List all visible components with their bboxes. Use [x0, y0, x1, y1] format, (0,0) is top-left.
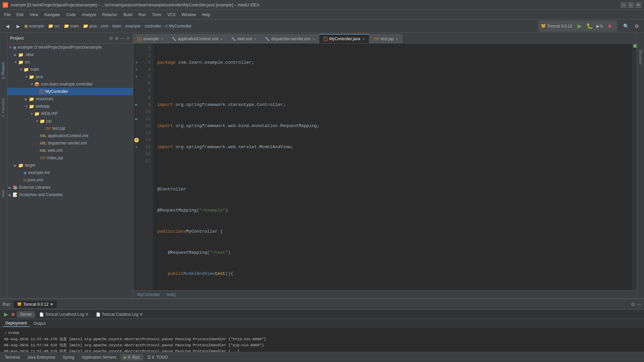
- tree-item-iml[interactable]: ◉ example.iml: [7, 169, 133, 176]
- tab-example[interactable]: m example ✕: [133, 34, 168, 43]
- tool-tab-terminal[interactable]: Terminal: [1, 354, 23, 361]
- tool-tab-run[interactable]: ▶ 4: Run: [120, 354, 143, 361]
- menu-help[interactable]: Help: [199, 11, 213, 18]
- bottom-minimize-btn[interactable]: —: [637, 302, 641, 307]
- tree-item-java[interactable]: ▼ 📁 java: [7, 73, 133, 80]
- menu-view[interactable]: View: [27, 11, 41, 18]
- tree-item-target[interactable]: ▶ 📁 target: [7, 162, 133, 169]
- sub-tab-localhost-log[interactable]: 📄 Tomcat Localhost Log ✕: [36, 311, 92, 318]
- minimize-button[interactable]: ─: [621, 2, 627, 8]
- breadcrumb-learn[interactable]: learn: [112, 24, 121, 28]
- tab-close-mycontroller[interactable]: ✕: [362, 37, 365, 41]
- gutter-run-11[interactable]: ▶: [136, 117, 138, 121]
- gutter-run-9[interactable]: ▶: [136, 103, 138, 107]
- debug-button[interactable]: 🐛: [585, 21, 594, 31]
- tab-close-webxml[interactable]: ✕: [254, 37, 257, 41]
- tool-tab-java-enterprise[interactable]: Java Enterprise: [24, 354, 58, 361]
- breadcrumb-com[interactable]: com: [101, 24, 108, 28]
- right-vtab-structure[interactable]: Structure: [638, 48, 644, 67]
- vtab-web[interactable]: Web: [0, 187, 7, 200]
- bottom-tab-server[interactable]: 🐱 Tomcat 9.0.12 ✕: [14, 301, 56, 308]
- tree-item-resources[interactable]: ▶ 📁 resources: [7, 95, 133, 103]
- vtab-project[interactable]: 1: Project: [0, 60, 7, 82]
- search-everywhere-button[interactable]: 🔍: [621, 21, 631, 31]
- menu-tools[interactable]: Tools: [149, 11, 164, 18]
- sidebar-close-btn[interactable]: ✕: [126, 36, 130, 41]
- tab-mycontroller[interactable]: C MyController.java ✕: [319, 34, 369, 43]
- sidebar-expand-btn[interactable]: ⊕: [115, 36, 119, 41]
- tree-item-webxml[interactable]: XML web.xml: [7, 147, 133, 154]
- tree-item-pom[interactable]: M pom.xml: [7, 176, 133, 184]
- gutter-fold-15[interactable]: ▼: [136, 145, 138, 149]
- tree-item-jsp-folder[interactable]: ▼ 📁 jsp: [7, 117, 133, 125]
- run-stop-btn[interactable]: ■: [10, 311, 16, 318]
- tab-appcontext[interactable]: 🔧 applicationContext.xml ✕: [168, 34, 227, 43]
- breadcrumb-controller[interactable]: controller: [145, 24, 161, 28]
- tree-item-test-jsp[interactable]: JSP test.jsp: [7, 125, 133, 132]
- back-button[interactable]: ◀: [3, 21, 12, 31]
- menu-window[interactable]: Window: [179, 11, 199, 18]
- tree-item-scratches[interactable]: ▶ 📝 Scratches and Consoles: [7, 191, 133, 198]
- tree-item-package[interactable]: ▼ 📦 com.learn.example.controller: [7, 80, 133, 88]
- sidebar-config-btn[interactable]: ⚙: [109, 36, 113, 41]
- tool-tab-todo[interactable]: ☰ 6: TODO: [144, 354, 171, 361]
- tab-close-dispatcher[interactable]: ✕: [312, 37, 315, 41]
- run-config[interactable]: 🐱 Tomcat 9.0.12 ▶ 🐛 ▶% ■: [538, 20, 617, 32]
- menu-edit[interactable]: Edit: [14, 11, 26, 18]
- settings-button[interactable]: ⚙: [632, 21, 641, 31]
- localhost-log-close[interactable]: ✕: [85, 312, 89, 317]
- stop-button[interactable]: ■: [605, 21, 614, 31]
- bottom-settings-btn[interactable]: ⚙: [631, 302, 635, 307]
- menu-build[interactable]: Build: [121, 11, 135, 18]
- editor-nav-method[interactable]: test(): [167, 292, 176, 297]
- menu-refactor[interactable]: Refactor: [100, 11, 120, 18]
- tree-item-src[interactable]: ▼ 📁 src: [7, 58, 133, 66]
- run-play-btn[interactable]: ▶: [3, 310, 9, 318]
- tree-item-extlibs[interactable]: ▶ 📚 External Libraries: [7, 184, 133, 191]
- menu-analyze[interactable]: Analyze: [79, 11, 99, 18]
- tab-close-appcontext[interactable]: ✕: [220, 37, 223, 41]
- tab-testjsp[interactable]: JSP test.jsp ✕: [369, 34, 402, 43]
- editor-nav-class[interactable]: MyController: [137, 292, 160, 297]
- breadcrumb-java[interactable]: 📁 java: [83, 23, 97, 28]
- menu-vcs[interactable]: VCS: [165, 11, 178, 18]
- tab-close-example[interactable]: ✕: [161, 37, 163, 41]
- sub-tab-server[interactable]: Server: [17, 311, 35, 318]
- run-coverage-button[interactable]: ▶%: [595, 21, 604, 31]
- tree-item-appcontext[interactable]: XML applicationContext.xml: [7, 132, 133, 139]
- menu-code[interactable]: Code: [63, 11, 78, 18]
- forward-button[interactable]: ▶: [13, 21, 23, 31]
- code-content[interactable]: package com.learn.example.controller; im…: [153, 44, 633, 290]
- sidebar-collapse-btn[interactable]: —: [120, 36, 125, 41]
- menu-run[interactable]: Run: [136, 11, 149, 18]
- tool-tab-spring[interactable]: Spring: [59, 354, 78, 361]
- maximize-button[interactable]: □: [628, 2, 634, 8]
- bottom-tab-close[interactable]: ✕: [50, 302, 53, 307]
- vtab-favorites[interactable]: 2: Favorites: [0, 95, 7, 120]
- tree-item-webinf[interactable]: ▼ 📁 WEB-INF: [7, 110, 133, 117]
- close-button[interactable]: ✕: [635, 2, 641, 8]
- tool-tab-app-servers[interactable]: Application Servers: [78, 354, 119, 361]
- run-button[interactable]: ▶: [575, 21, 584, 31]
- tree-item-example[interactable]: ▼ ◉ example D:\workProjects\javaProjects…: [7, 44, 133, 51]
- tree-item-indexjsp[interactable]: JSP index.jsp: [7, 154, 133, 162]
- code-editor[interactable]: ▼ ▼ ▼ ▶ ▶: [133, 44, 637, 290]
- tab-webxml[interactable]: 🔧 web.xml ✕: [227, 34, 261, 43]
- tab-close-testjsp[interactable]: ✕: [395, 37, 398, 41]
- dep-tab-output[interactable]: Output: [31, 320, 48, 326]
- gutter-fold-5[interactable]: ▼: [136, 75, 138, 79]
- breadcrumb-mycontroller[interactable]: C MyController: [165, 24, 192, 28]
- breadcrumb-example[interactable]: ◉ example: [24, 23, 44, 28]
- breadcrumb-main[interactable]: 📁 main: [64, 23, 79, 28]
- gutter-fold-4[interactable]: ▼: [136, 68, 138, 72]
- breadcrumb-example2[interactable]: example: [125, 24, 141, 28]
- catalina-log-close[interactable]: ✕: [140, 312, 143, 317]
- tree-item-idea[interactable]: ▶ 📁 .idea: [7, 51, 133, 58]
- console-output[interactable]: ✓ examp 08-Aug-2019 11:57:49.378 信息 [mai…: [0, 328, 644, 352]
- menu-navigate[interactable]: Navigate: [42, 11, 63, 18]
- tree-item-webapp[interactable]: ▼ 📁 webapp: [7, 103, 133, 110]
- tree-item-mycontroller[interactable]: C MyController: [7, 88, 133, 95]
- sub-tab-catalina-log[interactable]: 📄 Tomcat Catalina Log ✕: [93, 311, 146, 318]
- breadcrumb-src[interactable]: 📁 src: [48, 23, 60, 28]
- menu-file[interactable]: File: [1, 11, 13, 18]
